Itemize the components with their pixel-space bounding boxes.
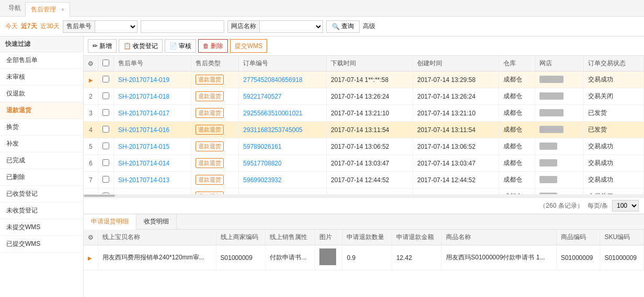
filter-last30[interactable]: 近30天 [40,22,60,31]
bottom-tab-refund-detail[interactable]: 申请退货明细 [84,215,136,230]
sidebar-item-deleted[interactable]: 已删除 [0,169,83,186]
sidebar-item-not-received[interactable]: 未收货登记 [0,203,83,219]
audit-button[interactable]: 📄 审核 [165,39,196,53]
sidebar-item-not-submitted-wms[interactable]: 未提交WMS [0,219,83,236]
submit-wms-button[interactable]: 提交WMS [230,39,267,53]
warehouse-cell: 成都仓 [499,122,535,138]
delete-button-label: 删除 [211,42,223,51]
shop-cell: **国际** [535,88,584,105]
create-time-cell: 2017-07-14 13:11:54 [413,122,499,138]
delete-button[interactable]: 🗑 删除 [198,39,228,53]
sidebar-item-submitted-wms[interactable]: 已提交WMS [0,236,83,253]
row-checkbox[interactable] [102,176,109,183]
table-row[interactable]: 8SH-20170714-012退款退货13482359575155656201… [84,188,644,195]
bottom-play-icon[interactable]: ▶ [88,255,92,261]
table-row[interactable]: 2SH-20170714-018退款退货592217405272017-07-1… [84,88,644,105]
type-tag: 退款退货 [196,108,224,118]
table-row[interactable]: 6SH-20170714-014退款退货595177088202017-07-1… [84,155,644,172]
sidebar-item-exchange[interactable]: 换货 [0,119,83,136]
table-row[interactable]: ▶SH-20170714-019退款退货27754520840656918201… [84,72,644,88]
add-button-label: 新增 [99,42,112,51]
table-row[interactable]: 7SH-20170714-013退款退货596990239322017-07-1… [84,172,644,188]
after-sale-id-cell: SH-20170714-014 [114,155,191,172]
row-play-cell: 5 [84,138,98,155]
download-time-cell: 2017-07-14 1**:**:58 [327,72,413,88]
bottom-col-amount: 申请退款金额 [392,230,442,245]
nav-tab-after-sales[interactable]: 售后管理 × [25,2,70,17]
after-sale-id-cell: SH-20170714-017 [114,105,191,122]
type-cell: 退款退货 [191,88,238,105]
col-shop: 网店 [535,56,584,72]
filter-bar: 今天 近7天 近30天 售后单号 网店名称 🔍 查询 高级 [0,17,644,37]
query-button[interactable]: 🔍 查询 [326,20,360,33]
row-checkbox-cell [98,72,114,88]
shop-dropdown[interactable] [260,21,323,32]
bottom-row-product-code: S01000009 [556,245,600,270]
bottom-row-amount: 12.42 [392,245,442,270]
add-button[interactable]: ✏ 新增 [88,39,117,53]
submit-wms-label: 提交WMS [235,42,262,51]
shop-cell: 苏**寿** [535,105,584,122]
table-row[interactable]: 4SH-20170714-016退款退货29311683253745005201… [84,122,644,138]
col-checkbox[interactable] [98,56,114,72]
row-play-cell: 7 [84,172,98,188]
filter-last7[interactable]: 近7天 [21,22,37,31]
sidebar-item-all[interactable]: 全部售后单 [0,52,83,69]
filter-today[interactable]: 今天 [5,22,18,31]
row-checkbox[interactable] [102,92,109,99]
col-create-time: 创建时间 [413,56,499,72]
row-checkbox-cell [98,172,114,188]
filter-field-input[interactable] [141,20,224,33]
per-page-label: 每页/条 [588,201,608,210]
receive-button[interactable]: 📋 收货登记 [119,39,163,53]
type-cell: 退款退货 [191,122,238,138]
sidebar-item-completed[interactable]: 已完成 [0,152,83,169]
download-time-cell: 2017-07-14 11:47:51 [327,188,413,195]
nav-tab-close-icon[interactable]: × [61,7,64,13]
row-play-cell: 3 [84,105,98,122]
table-row[interactable]: 3SH-20170714-017退款退货29255663510001021201… [84,105,644,122]
bottom-row-sale-attr: 付款申请书... [266,245,315,270]
row-checkbox-cell [98,105,114,122]
play-icon[interactable]: ▶ [89,77,93,83]
status-cell: 交易关闭 [584,188,644,195]
after-sale-id-cell: SH-20170714-012 [114,188,191,195]
row-checkbox-cell [98,122,114,138]
row-checkbox[interactable] [102,76,109,82]
row-checkbox[interactable] [102,126,109,133]
add-icon: ✏ [93,42,98,50]
receive-icon: 📋 [123,42,131,50]
warehouse-cell: 成都仓 [499,72,535,88]
bottom-col-settings[interactable]: ⚙ [84,230,98,245]
col-settings[interactable]: ⚙ [84,56,98,72]
shop-name-blurred: 苏**寿** [539,109,564,116]
bottom-panel: 申请退货明细 收货明细 ⚙ 线上宝贝名称 线上商家编码 线上销售属性 图片 [84,213,644,297]
sidebar-item-received[interactable]: 已收货登记 [0,186,83,203]
advanced-button[interactable]: 高级 [363,22,375,31]
warehouse-cell: 成都仓 [499,105,535,122]
shop-name-blurred: 苏**旗** [539,126,564,133]
main-table-wrap: ⚙ 售后单号 售后类型 订单编号 下载时间 创建时间 仓库 网店 订单交易状态 [84,56,644,194]
sidebar-item-reissue[interactable]: 补发 [0,136,83,152]
top-nav: 导航 售后管理 × [0,0,644,17]
status-cell: 交易成功 [584,155,644,172]
create-time-cell: 2017-07-14 13:06:52 [413,138,499,155]
sidebar-item-refund-return[interactable]: 退款退货 [0,102,83,119]
row-checkbox[interactable] [102,159,109,166]
bottom-tab-receive-detail[interactable]: 收货明细 [136,215,177,229]
row-checkbox[interactable] [102,109,109,116]
sidebar-item-refund-only[interactable]: 仅退款 [0,86,83,102]
col-download-time: 下载时间 [327,56,413,72]
filter-field-dropdown[interactable] [95,21,137,32]
per-page-select[interactable]: 100 50 200 [612,200,639,211]
sidebar-item-pending[interactable]: 未审核 [0,69,83,86]
status-cell: 交易关闭 [584,88,644,105]
table-row[interactable]: 5SH-20170714-015退款退货597890261612017-07-1… [84,138,644,155]
bottom-row-qty: 0.9 [342,245,392,270]
horizontal-scrollbar[interactable] [84,194,644,197]
row-checkbox[interactable] [102,142,109,149]
create-time-cell: 2017-07-14 12:44:52 [413,172,499,188]
select-all-checkbox[interactable] [102,60,109,66]
nav-label: 导航 [4,4,25,13]
after-sale-id-cell: SH-20170714-016 [114,122,191,138]
